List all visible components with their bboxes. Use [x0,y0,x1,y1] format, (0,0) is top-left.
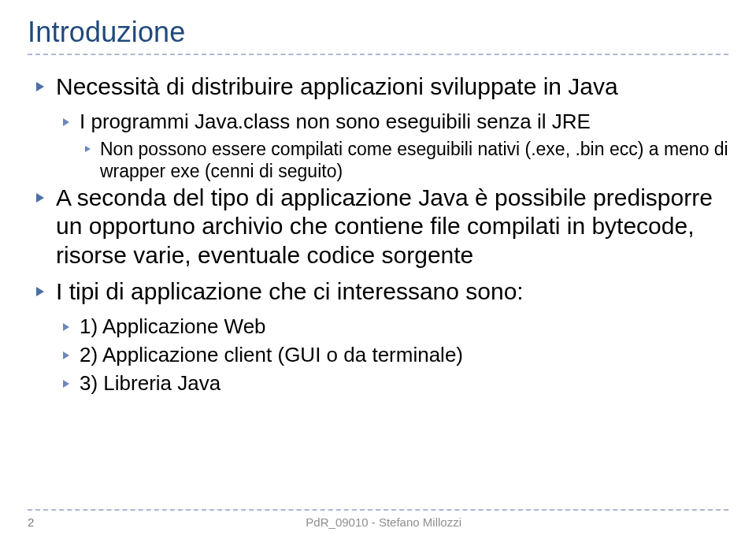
triangle-bullet-icon [61,314,80,340]
slide-content: Necessità di distribuire applicazioni sv… [28,73,728,396]
svg-marker-3 [36,193,44,203]
triangle-bullet-icon [34,184,56,212]
svg-marker-2 [85,146,91,152]
svg-marker-7 [63,380,69,388]
bullet-text: Non possono essere compilati come esegui… [100,138,728,182]
bullet-text: A seconda del tipo di applicazione Java … [56,184,728,270]
triangle-bullet-icon [61,343,80,368]
bullet-level1: Necessità di distribuire applicazioni sv… [34,73,728,102]
title-divider [28,54,728,55]
bullet-text: Necessità di distribuire applicazioni sv… [56,73,728,102]
triangle-bullet-icon [83,138,100,160]
svg-marker-0 [36,82,44,91]
bullet-text: I programmi Java.class non sono eseguibi… [80,110,728,135]
bullet-level2: 3) Libreria Java [61,371,728,396]
bullet-level1: A seconda del tipo di applicazione Java … [34,184,728,270]
slide: Introduzione Necessità di distribuire ap… [0,0,756,543]
triangle-bullet-icon [61,371,80,396]
footer-divider [28,509,728,511]
bullet-text: 3) Libreria Java [80,371,728,396]
bullet-level2: I programmi Java.class non sono eseguibi… [61,110,728,135]
svg-marker-4 [36,287,44,296]
slide-footer: 2 PdR_09010 - Stefano Millozzi [28,509,728,529]
svg-marker-5 [63,323,69,331]
triangle-bullet-icon [34,277,56,306]
svg-marker-1 [63,118,69,126]
triangle-bullet-icon [34,73,56,101]
triangle-bullet-icon [61,110,80,135]
bullet-level2: 1) Applicazione Web [61,314,728,340]
bullet-level3: Non possono essere compilati come esegui… [83,138,728,182]
footer-text: PdR_09010 - Stefano Millozzi [39,515,728,529]
bullet-level1: I tipi di applicazione che ci interessan… [34,277,728,307]
slide-title: Introduzione [28,16,728,49]
bullet-text: 2) Applicazione client (GUI o da termina… [80,343,728,368]
page-number: 2 [28,515,39,529]
footer-row: 2 PdR_09010 - Stefano Millozzi [28,515,728,529]
bullet-level2: 2) Applicazione client (GUI o da termina… [61,343,728,368]
bullet-text: 1) Applicazione Web [80,314,728,340]
svg-marker-6 [63,351,69,359]
bullet-text: I tipi di applicazione che ci interessan… [56,277,728,307]
